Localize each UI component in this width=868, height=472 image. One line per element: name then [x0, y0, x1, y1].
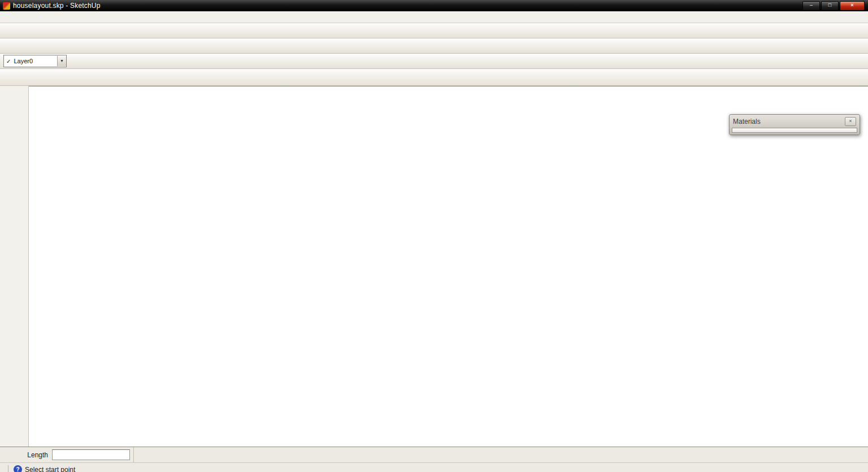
status-help-text: Select start point — [25, 466, 75, 472]
status-help-icon[interactable]: ? — [14, 465, 22, 472]
toolbar-getting-started — [0, 23, 868, 38]
model-scene — [29, 86, 868, 447]
status-bar: ? Select start point — [0, 462, 868, 472]
title-bar: houselayout.skp - SketchUp –□× — [0, 0, 868, 11]
sketchup-app-icon — [3, 2, 10, 10]
large-tool-set — [0, 86, 29, 447]
window-controls: –□× — [802, 1, 866, 11]
layer-visible-check-icon: ✓ — [6, 58, 11, 64]
viewport-3d[interactable] — [29, 86, 868, 447]
status-divider — [8, 465, 8, 472]
current-layer-name: Layer0 — [14, 58, 57, 64]
materials-panel-collapsed-body — [732, 128, 857, 133]
materials-panel[interactable]: Materials × — [729, 114, 860, 135]
materials-panel-header[interactable]: Materials × — [731, 116, 858, 127]
materials-panel-title: Materials — [733, 118, 761, 125]
restore-button[interactable]: □ — [821, 1, 839, 11]
menu-bar — [0, 11, 868, 23]
materials-close-icon[interactable]: × — [845, 117, 856, 126]
close-button[interactable]: × — [840, 1, 865, 11]
dropdown-arrow-icon[interactable]: ▼ — [57, 56, 66, 66]
sketchup-window: { "window": { "title": "houselayout.skp … — [0, 0, 868, 472]
measurement-bar: Length — [0, 447, 868, 462]
window-title: houselayout.skp - SketchUp — [13, 2, 101, 10]
measurement-label: Length — [27, 451, 48, 459]
measurement-field-group: Length — [0, 447, 134, 462]
main-area: Materials × — [0, 86, 868, 447]
toolbar-plugins — [0, 38, 868, 54]
toolbar-styles — [0, 69, 868, 86]
layer-dropdown[interactable]: ✓ Layer0 ▼ — [3, 55, 67, 67]
toolbar-standard: ✓ Layer0 ▼ — [0, 54, 868, 69]
minimize-button[interactable]: – — [802, 1, 820, 11]
measurement-input[interactable] — [52, 449, 130, 460]
